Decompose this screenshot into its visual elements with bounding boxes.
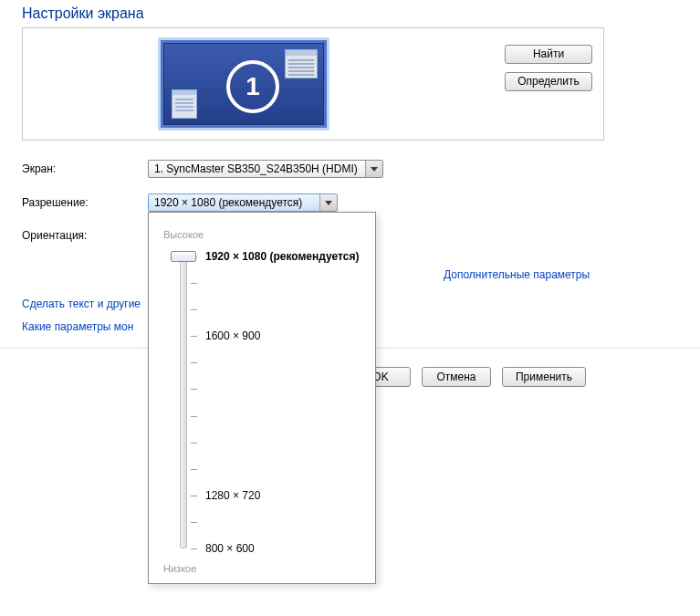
slider-tick	[191, 496, 197, 496]
display-select-value: 1. SyncMaster SB350_S24B350H (HDMI)	[154, 162, 358, 175]
resolution-label: Разрешение:	[22, 196, 141, 209]
resolution-slider-track[interactable]	[180, 256, 187, 548]
slider-tick	[191, 548, 197, 549]
text-size-link[interactable]: Сделать текст и другие	[22, 298, 141, 310]
resolution-option[interactable]: 1600 × 900	[205, 329, 260, 342]
monitor-number-badge: 1	[226, 60, 279, 113]
slider-caption-high: Высокое	[163, 229, 204, 240]
cancel-button[interactable]: Отмена	[422, 367, 491, 387]
display-label: Экран:	[22, 162, 141, 175]
slider-tick	[191, 336, 197, 337]
slider-tick	[191, 389, 197, 390]
which-parameters-link[interactable]: Какие параметры мон	[22, 320, 133, 333]
slider-tick	[191, 309, 197, 310]
find-button[interactable]: Найти	[505, 45, 592, 64]
chevron-down-icon	[319, 194, 337, 211]
display-preview-panel: 1 Найти Определить	[22, 27, 604, 141]
slider-tick	[191, 443, 197, 444]
resolution-slider-thumb[interactable]	[171, 251, 196, 262]
chevron-down-icon	[365, 161, 382, 177]
slider-tick	[191, 469, 197, 470]
orientation-label: Ориентация:	[22, 229, 141, 242]
page-title: Настройки экрана	[22, 5, 144, 22]
mini-window-icon	[172, 89, 197, 119]
monitor-illustration[interactable]: 1	[158, 37, 329, 131]
advanced-settings-link[interactable]: Дополнительные параметры	[444, 268, 590, 281]
resolution-option[interactable]: 1280 × 720	[205, 489, 260, 502]
identify-button[interactable]: Определить	[505, 72, 592, 91]
apply-button[interactable]: Применить	[502, 367, 586, 387]
resolution-select[interactable]: 1920 × 1080 (рекомендуется)	[148, 193, 338, 212]
resolution-option[interactable]: 1920 × 1080 (рекомендуется)	[205, 250, 359, 263]
slider-caption-low: Низкое	[163, 563, 196, 574]
slider-tick	[191, 522, 197, 523]
slider-ticks	[191, 256, 200, 548]
display-select[interactable]: 1. SyncMaster SB350_S24B350H (HDMI)	[148, 160, 383, 178]
resolution-option[interactable]: 800 × 600	[205, 542, 255, 555]
resolution-select-value: 1920 × 1080 (рекомендуется)	[154, 196, 302, 209]
slider-tick	[191, 362, 197, 363]
slider-tick	[191, 283, 197, 284]
mini-window-icon	[285, 49, 318, 78]
slider-tick	[191, 416, 197, 417]
resolution-popup: Высокое Низкое 1920 × 1080 (рекомендуетс…	[148, 212, 376, 584]
